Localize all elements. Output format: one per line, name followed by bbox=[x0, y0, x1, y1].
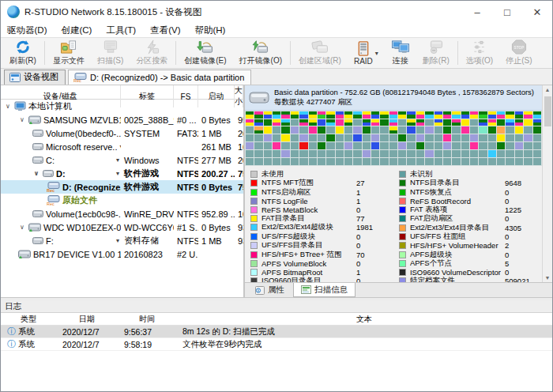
partition-search-icon bbox=[143, 40, 160, 55]
scan-legend: 未使用NTFS MFT范围27NTFS启动扇区1NTFS LogFile1ReF… bbox=[245, 166, 552, 282]
scan-block bbox=[389, 126, 397, 134]
expand-chevron-icon[interactable]: ∨ bbox=[18, 116, 26, 123]
scroll-up-icon[interactable]: ▲ bbox=[545, 87, 551, 92]
scan-block bbox=[353, 126, 361, 134]
scan-button[interactable]: 扫描(S) bbox=[91, 39, 130, 67]
maximize-button[interactable]: □ bbox=[492, 1, 522, 23]
scan-block bbox=[273, 119, 280, 126]
boot-cell: 0 Bytes bbox=[198, 113, 235, 126]
scan-block bbox=[273, 150, 280, 157]
legend-count: 0 bbox=[505, 232, 540, 241]
create-region-button[interactable]: 创建区域(R) bbox=[292, 39, 348, 67]
scan-block bbox=[470, 111, 478, 119]
log-col-date: 日期 bbox=[56, 313, 118, 325]
scan-block-map[interactable] bbox=[245, 111, 542, 166]
menu-view[interactable]: 查看(V) bbox=[150, 24, 180, 36]
tree-row[interactable]: Volume(0bedecf0-..▾SYSTEMFAT321 MB260 MB bbox=[1, 126, 243, 140]
scan-block bbox=[371, 111, 379, 119]
tree-row[interactable]: ∨SAMSUNG MZVLB1T0...0025_388B_9...#0 ...… bbox=[1, 113, 243, 126]
fs-cell bbox=[174, 140, 198, 153]
tree-row[interactable]: ∨本地计算机 bbox=[1, 100, 243, 113]
scan-block bbox=[309, 119, 317, 126]
scan-block bbox=[407, 111, 415, 119]
scan-block bbox=[533, 134, 541, 141]
tab-properties[interactable]: 属性 bbox=[248, 283, 292, 297]
menu-help[interactable]: 帮助(H) bbox=[194, 24, 225, 36]
remove-button[interactable]: 删除(R) bbox=[416, 39, 456, 67]
toolbar-separator bbox=[457, 41, 458, 65]
tab-scan-info[interactable]: 扫描信息 bbox=[293, 283, 356, 297]
menu-create[interactable]: 创建(C) bbox=[61, 24, 92, 36]
scan-block bbox=[264, 111, 272, 119]
scan-block bbox=[389, 158, 397, 165]
rec-icon: Rec bbox=[47, 195, 60, 205]
scan-block bbox=[416, 119, 424, 126]
refresh-button[interactable]: 刷新(R) bbox=[3, 39, 43, 67]
log-row[interactable]: ⓘ系统2020/12/79:56:378m 12s 的 D: 扫描已完成 bbox=[1, 326, 552, 338]
legend-count: 2 bbox=[505, 241, 540, 250]
partition-search-button[interactable]: 分区搜索 bbox=[130, 39, 174, 67]
scan-block bbox=[452, 150, 460, 157]
scan-block bbox=[309, 158, 317, 165]
expand-chevron-icon[interactable]: ∨ bbox=[4, 103, 12, 110]
tab-recognized-partition[interactable]: Rec D: (Recognized0) -> Basic data parti… bbox=[68, 70, 251, 85]
legend-count: 77 bbox=[356, 214, 391, 223]
expand-chevron-icon[interactable]: ∨ bbox=[32, 170, 40, 177]
show-files-button[interactable]: 显示文件 bbox=[47, 39, 91, 67]
scan-block bbox=[479, 126, 487, 134]
raid-button[interactable]: RAID ▾ bbox=[348, 39, 385, 67]
scan-block bbox=[479, 150, 487, 157]
boot-cell: 277 MB bbox=[198, 153, 235, 167]
connect-button[interactable]: 连接 bbox=[385, 39, 416, 67]
scroll-thumb[interactable] bbox=[544, 96, 551, 126]
log-row[interactable]: ⓘ系统2020/12/79:58:19文件枚举在9秒内完成 bbox=[1, 338, 552, 351]
options-button[interactable]: 选项(O) bbox=[460, 39, 499, 67]
tab-device-view[interactable]: 设备视图 bbox=[4, 70, 66, 85]
scan-block bbox=[254, 134, 262, 141]
tree-row[interactable]: Volume(1ecb0c98-..▾WinRE_DRVNTFS952.89 .… bbox=[1, 207, 243, 220]
tree-row[interactable]: ∨D:▾软件游戏NTFS200.27 ...752.62 ... bbox=[1, 167, 243, 180]
scan-block bbox=[506, 111, 514, 119]
legend-swatch bbox=[250, 242, 258, 249]
tree-row[interactable]: ∨WDC WD10EZEX-08W...WD-WCC6Y6...#1 S...0… bbox=[1, 220, 243, 234]
tree-row[interactable]: RecD: (Recognize...软件游戏NTFS0 Bytes752.62… bbox=[1, 180, 243, 194]
create-region-icon bbox=[310, 40, 329, 55]
menu-tools[interactable]: 工具(T) bbox=[106, 24, 136, 36]
scan-block bbox=[407, 119, 415, 126]
legend-label: ISO9660目录条目 bbox=[261, 276, 352, 282]
scan-block bbox=[398, 142, 406, 149]
scan-block bbox=[281, 119, 289, 126]
scan-block bbox=[336, 134, 344, 141]
tree-row[interactable]: Microsoft reserve..▾261 MB16 MB bbox=[1, 140, 243, 153]
scan-block bbox=[425, 126, 433, 134]
log-col-type: 类型 bbox=[1, 313, 56, 325]
open-image-button[interactable]: 打开镜像(O) bbox=[233, 39, 288, 67]
close-button[interactable]: ✕ bbox=[522, 1, 552, 23]
scan-block bbox=[363, 150, 371, 157]
menu-drives[interactable]: 驱动器(D) bbox=[7, 24, 47, 36]
create-image-button[interactable]: 创建镜像(E) bbox=[178, 39, 232, 67]
stop-button[interactable]: STOP 停止(S) bbox=[499, 39, 538, 67]
scan-block bbox=[389, 134, 397, 141]
scan-block bbox=[273, 142, 280, 149]
legend-row: HFS/HFS+ BTree+ 范围70 bbox=[250, 250, 391, 258]
tree-row[interactable]: C:▾WindowsNTFS277 MB200.00 ... bbox=[1, 153, 243, 167]
tree-row[interactable]: F:▾资料存储NTFS1 MB931.51 ... bbox=[1, 234, 243, 247]
raid-dropdown-caret[interactable]: ▾ bbox=[375, 50, 378, 57]
scan-block bbox=[506, 142, 514, 149]
fs-cell: NTFS bbox=[174, 180, 198, 194]
scan-block bbox=[246, 126, 254, 134]
expand-chevron-icon[interactable]: ∨ bbox=[18, 224, 26, 231]
scan-block bbox=[515, 158, 523, 165]
scroll-down-icon[interactable]: ▼ bbox=[545, 275, 551, 281]
scan-block bbox=[353, 119, 361, 126]
fs-cell: FAT32 bbox=[174, 126, 198, 140]
device-name: F: bbox=[46, 236, 54, 246]
scan-block bbox=[264, 142, 272, 149]
scan-scrollbar[interactable]: ▲ ▼ bbox=[542, 85, 552, 282]
legend-swatch bbox=[399, 198, 406, 205]
tree-row[interactable]: Rec原始文件 bbox=[1, 194, 243, 207]
minimize-button[interactable]: – bbox=[462, 1, 492, 23]
scan-block bbox=[461, 142, 469, 149]
tree-row[interactable]: BR17 DEVICE V1.00 1....20160823#2 U... bbox=[1, 247, 243, 261]
